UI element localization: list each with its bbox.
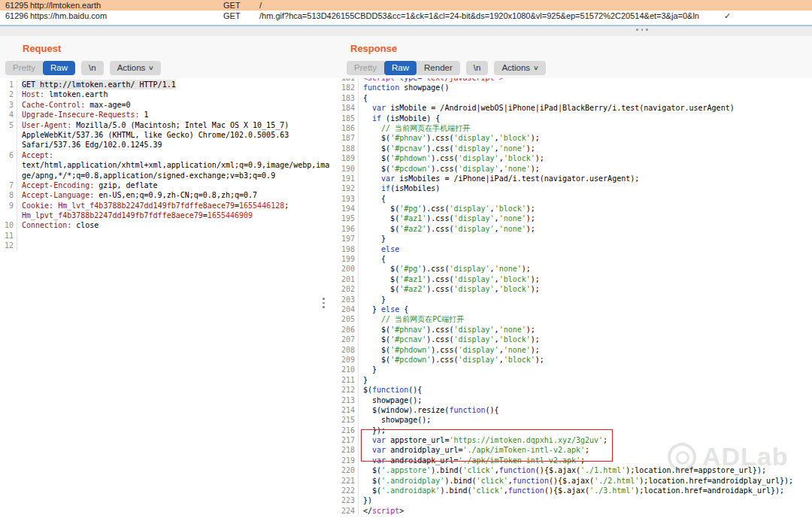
code-line: 182function showpage() (337, 83, 812, 92)
line-number: 188 (337, 144, 359, 153)
cell-host: http://lmtoken.earth (30, 0, 223, 11)
line-number: 211 (337, 375, 359, 385)
code-line: 222 $('.androidapk').bind('click',functi… (337, 486, 812, 495)
code-line: ge/apng,*/*;q=0.8,application/signed-exc… (0, 171, 337, 180)
code-line: 203 } (337, 295, 812, 304)
line-number: 197 (337, 234, 359, 244)
line-number: 221 (337, 476, 359, 486)
line-number (0, 140, 17, 150)
line-number: 194 (337, 204, 359, 214)
code-line: Safari/537.36 Edg/102.0.1245.39 (0, 140, 337, 150)
tab-pretty[interactable]: Pretty (5, 61, 43, 75)
line-number: 6 (0, 150, 17, 160)
line-number: 12 (0, 241, 17, 250)
params-check (699, 0, 756, 11)
line-number: 8 (0, 190, 17, 200)
cell-url: /hm.gif?hca=513D426155CBDD53&cc=1&ck=1&c… (259, 11, 699, 21)
line-number (0, 160, 17, 170)
line-number: 183 (337, 93, 359, 103)
panel-splitter-handle[interactable] (323, 298, 325, 308)
code-line: 202 $('#az2').css('display','block'); (337, 284, 812, 294)
line-number: 11 (0, 231, 17, 241)
line-number: 200 (337, 264, 359, 274)
code-line: 220 $('.appstore').bind('click',function… (337, 465, 812, 475)
line-number (0, 211, 17, 220)
line-number: 213 (337, 395, 359, 405)
code-line: 219 var androidapk_url='./apk/imToken-in… (337, 456, 812, 465)
tab-render[interactable]: Render (417, 61, 460, 75)
proxy-history-row[interactable]: 61296https://hm.baidu.comGET/hm.gif?hca=… (0, 11, 812, 22)
tab-newline[interactable]: \n (81, 61, 104, 75)
cell-extra (756, 11, 812, 21)
line-number: 182 (337, 83, 359, 92)
response-tabs: PrettyRawRender\nActions∨ (347, 61, 546, 75)
tab-raw[interactable]: Raw (43, 61, 75, 75)
code-line: 201 $('#az1').css('display','block'); (337, 274, 812, 284)
horizontal-splitter[interactable] (0, 21, 812, 36)
code-line: 191 var isMobiles = /iPhone|iPad/i.test(… (337, 174, 812, 183)
line-number: 189 (337, 153, 359, 163)
chevron-down-icon: ∨ (533, 61, 539, 75)
code-line: 212$(function(){ (337, 385, 812, 395)
line-number: 216 (337, 426, 359, 435)
request-tabs: PrettyRaw\nActions∨ (5, 61, 161, 75)
actions-dropdown[interactable]: Actions∨ (110, 61, 162, 75)
actions-dropdown[interactable]: Actions∨ (494, 61, 546, 75)
code-line: 5User-Agent: Mozilla/5.0 (Macintosh; Int… (0, 120, 337, 130)
cell-url: / (259, 0, 699, 11)
code-line: 221 $('.androidplay').bind('click',funct… (337, 476, 812, 486)
code-line: 11 (0, 231, 337, 241)
line-number: 224 (337, 506, 359, 516)
line-number: 203 (337, 295, 359, 304)
code-line: 7Accept-Encoding: gzip, deflate (0, 180, 337, 190)
line-number: 5 (0, 120, 17, 130)
code-line: 188 $('#pcnav').css('display','none'); (337, 144, 812, 153)
code-line: 183{ (337, 93, 812, 103)
code-line: 214 $(window).resize(function(){ (337, 405, 812, 415)
line-number: 198 (337, 244, 359, 254)
code-line: 205 // 当前网页在PC端打开 (337, 314, 812, 324)
code-line: text/html,application/xhtml+xml,applicat… (0, 160, 337, 170)
code-line: 4Upgrade-Insecure-Requests: 1 (0, 110, 337, 120)
code-line: 199 { (337, 254, 812, 264)
request-editor[interactable]: 1GET http://lmtoken.earth/ HTTP/1.12Host… (0, 80, 337, 259)
tab-newline[interactable]: \n (466, 61, 489, 75)
code-line: 206 $('#phnav').css('display','none'); (337, 325, 812, 335)
request-panel-title: Request (23, 43, 61, 54)
line-number: 205 (337, 314, 359, 324)
cell-id: 61296 (0, 11, 30, 21)
code-line: 198 else (337, 244, 812, 254)
line-number: 2 (0, 89, 17, 99)
code-line: 216 }); (337, 426, 812, 435)
proxy-history-table: 61295http://lmtoken.earthGET/61296https:… (0, 0, 812, 22)
params-check: ✓ (699, 11, 756, 21)
code-line: 185 if (isMobile) { (337, 114, 812, 123)
splitter-drag-handle-icon[interactable] (636, 29, 648, 31)
line-number: 10 (0, 220, 17, 230)
line-number: 210 (337, 365, 359, 374)
code-line: 6Accept: (0, 150, 337, 160)
line-number: 214 (337, 405, 359, 415)
line-number (0, 130, 17, 140)
code-line: 184 var isMobile = /Android|webOS|iPhone… (337, 103, 812, 113)
line-number: 193 (337, 194, 359, 204)
code-line: 12 (0, 241, 337, 250)
code-line: 224</script> (337, 506, 812, 516)
code-line: 211} (337, 375, 812, 385)
code-line: 210 } (337, 365, 812, 374)
line-number (0, 171, 17, 180)
line-number: 184 (337, 103, 359, 113)
cell-extra (756, 0, 812, 11)
code-line: 223}) (337, 495, 812, 505)
tab-raw[interactable]: Raw (384, 61, 417, 75)
proxy-history-row[interactable]: 61295http://lmtoken.earthGET/ (0, 0, 812, 11)
line-number: 202 (337, 284, 359, 294)
tab-pretty[interactable]: Pretty (347, 61, 384, 75)
line-number: 192 (337, 183, 359, 193)
code-line: 190 $('#pcdown').css('display','none'); (337, 164, 812, 174)
code-line: 209 $('#pcdown').css('display','block'); (337, 355, 812, 365)
code-line: 217 var appstore_url='https://imtoken.dq… (337, 435, 812, 445)
code-line: 200 $('#pg').css('display','none'); (337, 264, 812, 274)
response-editor[interactable]: 181<script type="text/javascript">182fun… (337, 78, 812, 521)
line-number: 218 (337, 445, 359, 455)
